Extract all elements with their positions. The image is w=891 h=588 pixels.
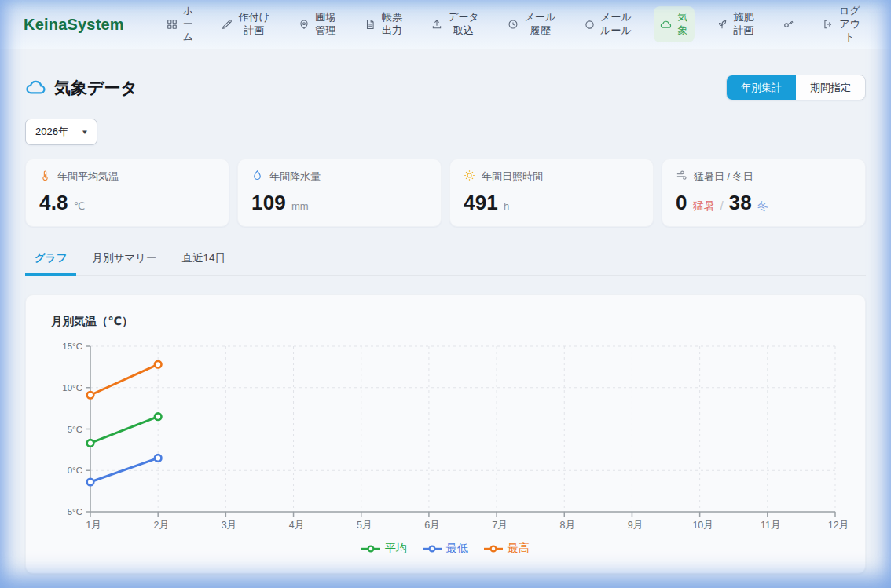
stat-label: 年間降水量 bbox=[270, 170, 321, 184]
year-select[interactable]: 2026年 ▼ bbox=[25, 119, 97, 145]
chart-legend: 平均 最低 最高 bbox=[38, 542, 852, 556]
key-icon bbox=[783, 19, 794, 31]
stat-cards: 年間平均気温 4.8 ℃ 年間降水量 109 mm bbox=[25, 159, 866, 227]
circle-icon bbox=[585, 20, 595, 30]
stat-value: 491 bbox=[464, 191, 498, 215]
tab-graph[interactable]: グラフ bbox=[25, 244, 76, 276]
cold-days-value: 38 bbox=[729, 191, 752, 215]
nav-item-weather[interactable]: 気象 bbox=[654, 6, 695, 42]
hot-days-label: 猛暑 bbox=[693, 199, 715, 214]
stat-card-extreme-days: 猛暑日 / 冬日 0 猛暑 / 38 冬 bbox=[662, 159, 866, 227]
period-select-button[interactable]: 期間指定 bbox=[796, 75, 865, 100]
legend-item-maximum[interactable]: 最高 bbox=[484, 542, 530, 556]
svg-text:6月: 6月 bbox=[424, 520, 439, 531]
legend-item-average[interactable]: 平均 bbox=[361, 542, 407, 556]
stat-value: 4.8 bbox=[39, 191, 68, 215]
legend-marker bbox=[361, 545, 380, 553]
stat-value: 109 bbox=[251, 191, 286, 215]
hot-days-value: 0 bbox=[676, 191, 688, 215]
nav-label: 気象 bbox=[676, 11, 688, 38]
map-pin-icon bbox=[299, 19, 310, 30]
sun-icon bbox=[464, 170, 475, 184]
wind-icon bbox=[676, 170, 688, 184]
stat-label: 猛暑日 / 冬日 bbox=[694, 170, 754, 184]
app-logo[interactable]: KeinaSystem bbox=[24, 16, 124, 34]
main-content: 気象データ 年別集計 期間指定 2026年 ▼ 年間平均気温 4.8 ℃ bbox=[0, 75, 891, 574]
nav-item-logout[interactable]: ログアウト bbox=[816, 0, 867, 49]
svg-text:5°C: 5°C bbox=[68, 425, 82, 434]
svg-text:0°C: 0°C bbox=[68, 466, 82, 475]
top-navigation: KeinaSystem ホーム 作付け計画 圃場管理 帳票出力 bbox=[0, 0, 891, 49]
stat-label: 年間日照時間 bbox=[482, 170, 543, 184]
nav-label: 作付け計画 bbox=[237, 11, 270, 38]
svg-text:7月: 7月 bbox=[492, 520, 507, 531]
page-title: 気象データ bbox=[54, 77, 138, 99]
tab-recent-14-days[interactable]: 直近14日 bbox=[172, 244, 235, 276]
stat-card-avg-temp: 年間平均気温 4.8 ℃ bbox=[25, 159, 229, 227]
stat-card-precipitation: 年間降水量 109 mm bbox=[237, 159, 442, 227]
stat-unit: ℃ bbox=[74, 200, 86, 212]
legend-marker bbox=[484, 545, 503, 553]
aggregation-toggle: 年別集計 期間指定 bbox=[726, 75, 866, 100]
svg-text:5月: 5月 bbox=[357, 520, 372, 531]
nav-item-data-import[interactable]: データ取込 bbox=[425, 6, 486, 42]
year-select-value: 2026年 bbox=[35, 125, 68, 139]
nav-label: ログアウト bbox=[838, 5, 861, 45]
legend-label: 最低 bbox=[446, 542, 468, 556]
nav-label: メール履歴 bbox=[523, 11, 556, 38]
svg-text:-5°C: -5°C bbox=[64, 507, 82, 517]
nav-list: ホーム 作付け計画 圃場管理 帳票出力 データ取込 bbox=[160, 0, 867, 49]
nav-item-report-output[interactable]: 帳票出力 bbox=[358, 6, 409, 42]
svg-text:15°C: 15°C bbox=[62, 341, 82, 351]
legend-label: 平均 bbox=[385, 542, 407, 556]
nav-item-password[interactable] bbox=[776, 14, 801, 35]
chart-title: 月別気温（℃） bbox=[51, 314, 852, 329]
svg-text:3月: 3月 bbox=[222, 520, 236, 531]
monthly-temperature-chart: -5°C0°C5°C10°C15°C1月2月3月4月5月6月7月8月9月10月1… bbox=[38, 337, 854, 537]
stat-label: 年間平均気温 bbox=[57, 170, 119, 184]
weather-cloud-icon bbox=[25, 77, 46, 98]
yearly-summary-button[interactable]: 年別集計 bbox=[727, 75, 796, 100]
svg-text:8月: 8月 bbox=[560, 520, 575, 531]
separator: / bbox=[720, 199, 724, 212]
document-icon bbox=[365, 19, 376, 30]
svg-text:1月: 1月 bbox=[86, 520, 101, 531]
svg-text:12月: 12月 bbox=[828, 520, 849, 531]
nav-item-mail-history[interactable]: メール履歴 bbox=[501, 6, 563, 42]
svg-text:4月: 4月 bbox=[289, 520, 304, 531]
cloud-icon bbox=[660, 19, 672, 31]
pencil-icon bbox=[222, 19, 233, 30]
nav-item-field-management[interactable]: 圃場管理 bbox=[292, 6, 343, 42]
nav-label: 帳票出力 bbox=[380, 11, 403, 38]
nav-item-mail-rule[interactable]: メールルール bbox=[578, 6, 639, 42]
tab-monthly-summary[interactable]: 月別サマリー bbox=[82, 244, 166, 276]
legend-item-minimum[interactable]: 最低 bbox=[423, 542, 468, 556]
temperature-chart-card: 月別気温（℃） -5°C0°C5°C10°C15°C1月2月3月4月5月6月7月… bbox=[25, 294, 866, 574]
logout-icon bbox=[823, 19, 834, 30]
history-clock-icon bbox=[508, 19, 519, 30]
stat-unit: h bbox=[504, 200, 509, 212]
droplet-icon bbox=[251, 170, 263, 184]
stat-card-sunshine: 年間日照時間 491 h bbox=[449, 159, 654, 227]
seedling-icon bbox=[717, 19, 728, 30]
nav-item-fertilizer-plan[interactable]: 施肥計画 bbox=[710, 6, 761, 42]
svg-text:11月: 11月 bbox=[761, 520, 780, 531]
nav-label: メールルール bbox=[600, 11, 632, 38]
svg-text:9月: 9月 bbox=[628, 520, 643, 531]
nav-label: ホーム bbox=[182, 5, 194, 45]
upload-icon bbox=[431, 19, 442, 30]
legend-label: 最高 bbox=[508, 542, 530, 556]
chevron-down-icon: ▼ bbox=[81, 129, 89, 136]
thermometer-icon bbox=[39, 170, 51, 184]
nav-item-home[interactable]: ホーム bbox=[160, 0, 200, 49]
nav-label: データ取込 bbox=[447, 11, 480, 38]
nav-label: 圃場管理 bbox=[314, 11, 337, 38]
tab-bar: グラフ 月別サマリー 直近14日 bbox=[25, 244, 866, 276]
svg-text:10°C: 10°C bbox=[62, 383, 82, 393]
cold-days-label: 冬 bbox=[757, 199, 768, 214]
svg-text:10月: 10月 bbox=[692, 520, 713, 531]
stat-unit: mm bbox=[292, 200, 309, 212]
nav-item-planting-plan[interactable]: 作付け計画 bbox=[215, 6, 277, 42]
nav-label: 施肥計画 bbox=[732, 11, 755, 38]
svg-text:2月: 2月 bbox=[153, 520, 168, 531]
